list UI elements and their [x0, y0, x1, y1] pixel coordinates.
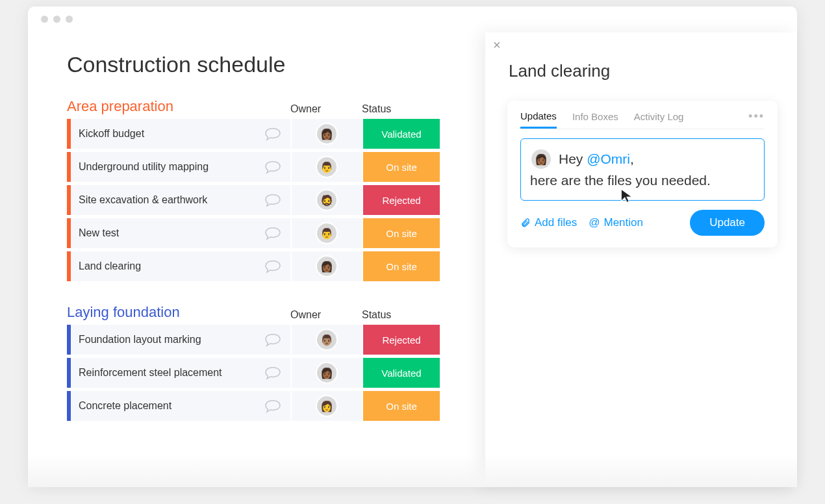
task-side-panel: × Land clearing Updates Info Boxes Activ…: [485, 32, 797, 487]
update-button[interactable]: Update: [690, 210, 765, 236]
update-card: Updates Info Boxes Activity Log ••• 👩🏾 H…: [507, 101, 778, 247]
app-window: Construction schedule Area preparationOw…: [28, 6, 797, 487]
status-cell[interactable]: On site: [362, 391, 440, 421]
avatar: 👨: [316, 222, 338, 244]
avatar: 👨🏽: [316, 329, 338, 351]
task-name: Kickoff budget: [79, 128, 144, 140]
owner-cell[interactable]: 🧔: [290, 185, 362, 215]
section-title[interactable]: Area preparation: [67, 98, 290, 115]
traffic-light-zoom[interactable]: [66, 16, 73, 23]
comment-icon[interactable]: [263, 127, 283, 141]
comment-icon[interactable]: [263, 399, 283, 413]
task-name: Concrete placement: [79, 400, 171, 412]
traffic-light-minimize[interactable]: [53, 16, 60, 23]
task-name: Site excavation & earthwork: [79, 194, 207, 206]
compose-actions: Add files @ Mention Update: [520, 210, 765, 236]
task-name-cell[interactable]: Foundation layout marking: [71, 325, 290, 355]
compose-text-line2: here are the files you needed.: [530, 173, 754, 188]
status-cell[interactable]: On site: [362, 251, 440, 281]
panel-title: Land clearing: [509, 61, 778, 81]
at-icon: @: [589, 216, 600, 229]
avatar: 👩: [316, 395, 338, 417]
panel-tabs: Updates Info Boxes Activity Log •••: [520, 110, 765, 129]
task-name-cell[interactable]: Kickoff budget: [71, 119, 290, 149]
column-header-status: Status: [362, 103, 440, 115]
compose-suffix: ,: [630, 151, 634, 166]
avatar: 👩🏾: [316, 362, 338, 384]
avatar: 👨: [316, 156, 338, 178]
close-icon[interactable]: ×: [493, 38, 501, 53]
status-cell[interactable]: Rejected: [362, 185, 440, 215]
traffic-light-close[interactable]: [41, 16, 48, 23]
status-cell[interactable]: Validated: [362, 119, 440, 149]
task-name-cell[interactable]: Reinforcement steel placement: [71, 358, 290, 388]
tab-updates[interactable]: Updates: [520, 110, 557, 129]
task-name: Foundation layout marking: [79, 334, 201, 346]
status-cell[interactable]: On site: [362, 152, 440, 182]
owner-cell[interactable]: 👨🏽: [290, 325, 362, 355]
compose-avatar: 👩🏾: [530, 148, 552, 170]
comment-icon[interactable]: [263, 193, 283, 207]
column-header-status: Status: [362, 309, 440, 321]
comment-icon[interactable]: [263, 226, 283, 240]
task-name-cell[interactable]: Underground utility mapping: [71, 152, 290, 182]
tab-more-icon[interactable]: •••: [748, 110, 765, 129]
window-body: Construction schedule Area preparationOw…: [28, 32, 797, 487]
comment-icon[interactable]: [263, 259, 283, 273]
task-name-cell[interactable]: Site excavation & earthwork: [71, 185, 290, 215]
task-name-cell[interactable]: New test: [71, 218, 290, 248]
avatar: 🧔: [316, 189, 338, 211]
add-files-label: Add files: [535, 216, 577, 229]
add-files-button[interactable]: Add files: [520, 216, 577, 229]
section-title[interactable]: Laying foundation: [67, 304, 290, 321]
avatar: 👩🏾: [316, 123, 338, 145]
compose-mention[interactable]: @Omri: [587, 151, 630, 166]
owner-cell[interactable]: 👩🏾: [290, 119, 362, 149]
window-traffic-lights: [41, 16, 73, 23]
task-name: Reinforcement steel placement: [79, 367, 222, 379]
task-name-cell[interactable]: Concrete placement: [71, 391, 290, 421]
owner-cell[interactable]: 👨: [290, 152, 362, 182]
compose-prefix: Hey: [559, 151, 587, 166]
paperclip-icon: [520, 218, 531, 228]
mention-label: Mention: [603, 216, 642, 229]
comment-icon[interactable]: [263, 366, 283, 380]
tab-info-boxes[interactable]: Info Boxes: [572, 111, 618, 127]
task-name-cell[interactable]: Land clearing: [71, 251, 290, 281]
cursor-icon: [618, 187, 635, 204]
status-cell[interactable]: Validated: [362, 358, 440, 388]
mention-button[interactable]: @ Mention: [589, 216, 643, 229]
owner-cell[interactable]: 👩🏾: [290, 358, 362, 388]
owner-cell[interactable]: 👩🏾: [290, 251, 362, 281]
column-header-owner: Owner: [290, 309, 362, 321]
compose-text-line1: Hey @Omri,: [559, 150, 634, 168]
avatar: 👩🏾: [316, 255, 338, 277]
column-header-owner: Owner: [290, 103, 362, 115]
tab-activity-log[interactable]: Activity Log: [634, 111, 684, 127]
compose-box[interactable]: 👩🏾 Hey @Omri, here are the files you nee…: [520, 138, 765, 201]
owner-cell[interactable]: 👩: [290, 391, 362, 421]
owner-cell[interactable]: 👨: [290, 218, 362, 248]
status-cell[interactable]: On site: [362, 218, 440, 248]
task-name: Underground utility mapping: [79, 161, 209, 173]
task-name: Land clearing: [79, 260, 141, 272]
comment-icon[interactable]: [263, 160, 283, 174]
status-cell[interactable]: Rejected: [362, 325, 440, 355]
comment-icon[interactable]: [263, 333, 283, 347]
task-name: New test: [79, 227, 119, 239]
